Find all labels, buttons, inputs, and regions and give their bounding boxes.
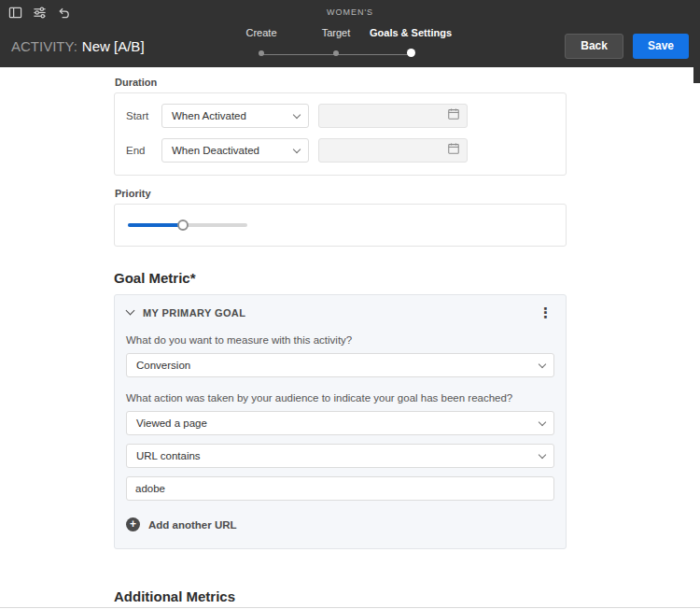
primary-goal-title: MY PRIMARY GOAL [143, 307, 537, 319]
chevron-down-icon [539, 418, 546, 425]
calendar-icon [447, 142, 460, 159]
right-rail-edge [693, 67, 700, 83]
end-condition-dropdown[interactable]: When Deactivated [161, 138, 309, 163]
action-dropdown[interactable]: Viewed a page [126, 411, 554, 435]
activity-name: New [A/B] [82, 38, 145, 54]
save-button[interactable]: Save [633, 34, 689, 59]
workspace-label: WOMEN'S [327, 7, 373, 17]
workspace-settings-icon[interactable] [33, 6, 47, 20]
priority-slider[interactable] [128, 219, 247, 232]
chevron-down-icon [293, 145, 301, 152]
url-condition-dropdown[interactable]: URL contains [126, 444, 554, 468]
back-button[interactable]: Back [565, 34, 623, 59]
duration-start-row: Start When Activated [126, 104, 554, 128]
duration-end-row: End When Deactivated [126, 138, 554, 163]
goal-metric-heading: Goal Metric* [114, 270, 567, 286]
panel-toggle-icon[interactable] [8, 6, 22, 20]
chevron-down-icon [539, 450, 546, 458]
end-label: End [126, 145, 161, 156]
add-url-label: Add another URL [148, 519, 237, 531]
chevron-down-icon [293, 110, 301, 118]
bottom-divider [0, 607, 700, 608]
step-target[interactable]: Target [299, 27, 373, 64]
start-condition-dropdown[interactable]: When Activated [161, 104, 309, 128]
header-toolbar: WOMEN'S [0, 0, 700, 24]
primary-goal-body: What do you want to measure with this ac… [115, 334, 566, 548]
more-options-icon[interactable]: ⋮ [537, 305, 554, 319]
measure-question: What do you want to measure with this ac… [126, 334, 554, 346]
activity-prefix: ACTIVITY: [11, 38, 77, 54]
end-condition-value: When Deactivated [172, 145, 259, 156]
add-circle-icon: + [126, 517, 140, 531]
end-date-field [318, 138, 468, 163]
step-dot [259, 50, 264, 56]
primary-goal-header[interactable]: MY PRIMARY GOAL ⋮ [115, 295, 566, 327]
url-condition-value: URL contains [136, 450, 201, 461]
additional-metrics-heading: Additional Metrics [114, 588, 567, 604]
priority-slider-fill [128, 223, 184, 227]
measure-value: Conversion [136, 360, 190, 371]
step-dot [333, 50, 339, 56]
measure-dropdown[interactable]: Conversion [126, 353, 554, 377]
chevron-down-icon [126, 306, 135, 316]
start-date-field [318, 104, 468, 128]
step-dot [407, 49, 415, 57]
priority-box [114, 204, 567, 247]
wizard-stepper: Create Target Goals & Settings [224, 27, 448, 64]
url-input[interactable] [126, 476, 554, 501]
calendar-icon [447, 107, 460, 124]
add-url-button[interactable]: + Add another URL [126, 517, 237, 531]
page-title: ACTIVITY:New [A/B] [11, 38, 145, 54]
primary-goal-panel: MY PRIMARY GOAL ⋮ What do you want to me… [114, 294, 567, 549]
duration-label: Duration [115, 77, 567, 88]
step-create[interactable]: Create [224, 27, 299, 64]
app-header: WOMEN'S ACTIVITY:New [A/B] Create Target… [0, 0, 700, 67]
priority-label: Priority [115, 188, 567, 199]
undo-icon[interactable] [57, 6, 71, 20]
chevron-down-icon [539, 360, 546, 367]
start-label: Start [126, 110, 161, 121]
action-question: What action was taken by your audience t… [126, 392, 554, 404]
duration-box: Start When Activated End When Deactivate… [114, 92, 567, 176]
content: Duration Start When Activated End When D… [0, 67, 567, 609]
action-value: Viewed a page [136, 418, 207, 429]
start-condition-value: When Activated [172, 110, 246, 121]
priority-slider-handle[interactable] [177, 220, 189, 231]
step-goals-settings[interactable]: Goals & Settings [373, 27, 448, 64]
